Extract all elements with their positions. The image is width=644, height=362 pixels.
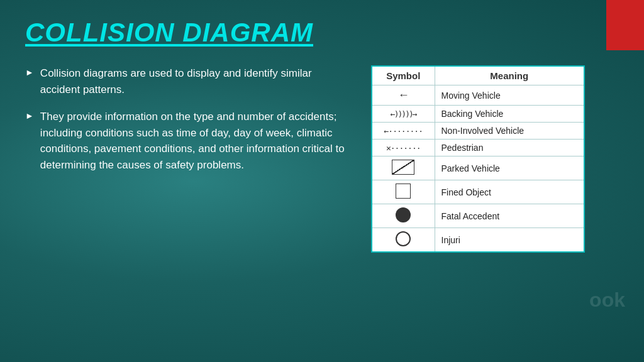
symbol-pedestrian: ✕·······	[372, 140, 435, 156]
bullet-item-1: ► Collision diagrams are used to display…	[25, 65, 352, 97]
parked-vehicle-icon	[392, 160, 414, 175]
meaning-injury: Injuri	[435, 228, 584, 253]
meaning-fixed-object: Fined Object	[435, 180, 584, 204]
bullet-arrow-1: ►	[25, 67, 34, 77]
table-row: Injuri	[372, 228, 584, 253]
symbol-backing-vehicle: ←)))))→	[372, 106, 435, 123]
symbol-parked-vehicle	[372, 156, 435, 180]
bullet-text-1: Collision diagrams are used to display a…	[40, 65, 352, 97]
backing-icon: ←)))))→	[391, 109, 416, 119]
pedestrian-icon: ✕·······	[386, 143, 421, 153]
arrow-left-icon: ←	[398, 89, 409, 101]
meaning-backing-vehicle: Backing Vehicle	[435, 106, 584, 123]
meaning-fatal: Fatal Accedent	[435, 204, 584, 228]
symbol-table: Symbol Meaning ← Moving Vehicle ←)))))→	[371, 65, 585, 253]
page-title: COLLISION DIAGRAM	[25, 18, 619, 48]
meaning-moving-vehicle: Moving Vehicle	[435, 85, 584, 106]
meaning-parked-vehicle: Parked Vehicle	[435, 156, 584, 180]
table-row: ←········ Non-Involved Vehicle	[372, 123, 584, 140]
left-column: ► Collision diagrams are used to display…	[25, 65, 352, 184]
symbol-injury	[372, 228, 435, 253]
bullet-arrow-2: ►	[25, 111, 34, 121]
dotted-arrow-icon: ←········	[384, 126, 423, 136]
bullet-item-2: ► They provide information on the type a…	[25, 109, 352, 173]
page-content: COLLISION DIAGRAM ► Collision diagrams a…	[0, 0, 644, 265]
meaning-pedestrian: Pedestrian	[435, 140, 584, 156]
table-row: ← Moving Vehicle	[372, 85, 584, 106]
bullet-text-2: They provide information on the type and…	[40, 109, 352, 173]
table-row: Parked Vehicle	[372, 156, 584, 180]
injury-icon	[396, 231, 411, 246]
table-row: Fatal Accedent	[372, 204, 584, 228]
col-symbol: Symbol	[372, 66, 435, 85]
symbol-moving-vehicle: ←	[372, 85, 435, 106]
symbol-non-involved: ←········	[372, 123, 435, 140]
meaning-non-involved: Non-Involved Vehicle	[435, 123, 584, 140]
fixed-object-icon	[396, 184, 411, 199]
table-row: Fined Object	[372, 180, 584, 204]
symbol-fatal	[372, 204, 435, 228]
symbol-fixed-object	[372, 180, 435, 204]
table-row: ←)))))→ Backing Vehicle	[372, 106, 584, 123]
table-row: ✕······· Pedestrian	[372, 140, 584, 156]
right-column: Symbol Meaning ← Moving Vehicle ←)))))→	[371, 65, 585, 253]
main-layout: ► Collision diagrams are used to display…	[25, 65, 619, 253]
fatal-icon	[396, 207, 411, 222]
col-meaning: Meaning	[435, 66, 584, 85]
